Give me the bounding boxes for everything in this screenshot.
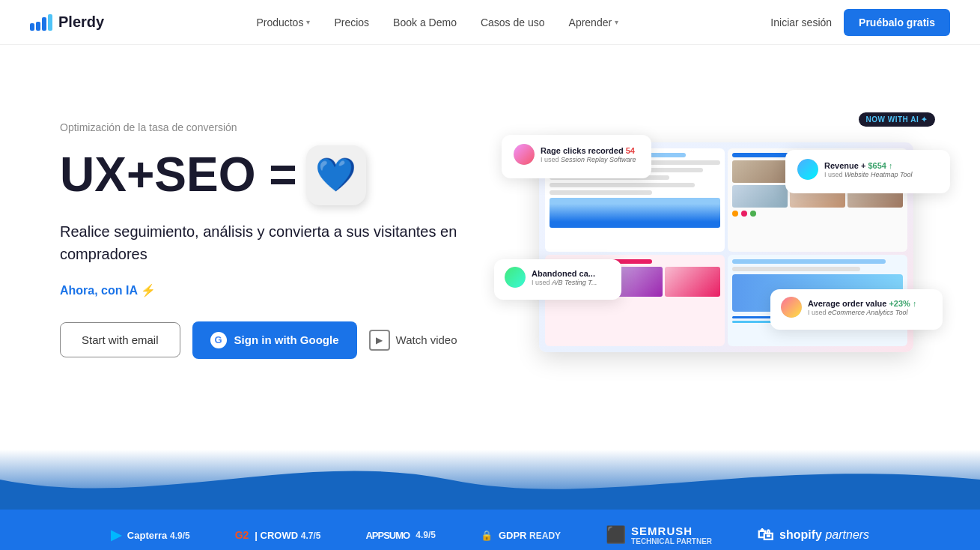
semrush-sub: TECHNICAL PARTNER <box>631 537 712 546</box>
signin-link[interactable]: Iniciar sesión <box>770 16 832 28</box>
nav-casos-de-uso[interactable]: Casos de uso <box>481 16 545 28</box>
revenue-title: Revenue + $654 ↑ <box>824 161 913 170</box>
aov-title: Average order value +23% ↑ <box>808 299 916 308</box>
crowd-label: | CROWD 4.7/5 <box>255 530 320 541</box>
bar4 <box>48 14 52 31</box>
appsumo-rating: 4.9/5 <box>416 530 436 540</box>
nav-actions: Iniciar sesión Pruébalo gratis <box>770 9 950 36</box>
logo-text: Plerdy <box>58 13 104 31</box>
capterra-label: Capterra 4.9/5 <box>127 530 190 541</box>
watch-video-label: Watch video <box>396 333 457 346</box>
semrush-logo-icon: ⬛ <box>606 525 625 545</box>
hero-right: NOW WITH AI ✦ <box>494 112 950 367</box>
ai-badge-text: NOW WITH AI ✦ <box>866 115 928 124</box>
gdpr-label: GDPR READY <box>499 530 561 541</box>
nav-precios[interactable]: Precios <box>334 16 369 28</box>
shopify-icon: 🛍 <box>757 525 773 545</box>
hero-section: Optimización de la tasa de conversión UX… <box>0 45 980 450</box>
rage-clicks-card: Rage clicks recorded 54 I used Session R… <box>502 135 651 178</box>
wave-section <box>0 450 980 510</box>
bar2 <box>42 17 46 31</box>
wave-svg <box>0 450 980 510</box>
navbar: Plerdy Productos ▾ Precios Book a Demo C… <box>0 0 980 45</box>
chevron-down-icon: ▾ <box>306 18 310 26</box>
rage-clicks-title: Rage clicks recorded 54 <box>541 146 636 155</box>
nav-book-demo[interactable]: Book a Demo <box>393 16 457 28</box>
hero-left: Optimización de la tasa de conversión UX… <box>60 121 464 359</box>
hero-title: UX+SEO = 💙 <box>60 145 464 205</box>
aov-card: Average order value +23% ↑ I used eComme… <box>770 289 943 330</box>
heart-icon: 💙 <box>306 145 366 205</box>
capterra-icon: ▶ <box>111 527 121 543</box>
crowd-partner: G2 | CROWD 4.7/5 <box>235 529 321 541</box>
hero-title-text: UX+SEO = <box>60 148 297 201</box>
watch-video-button[interactable]: ▶ Watch video <box>369 330 457 351</box>
bar3 <box>30 23 34 31</box>
play-icon: ▶ <box>369 330 390 351</box>
semrush-name: SEMRUSH <box>631 525 712 537</box>
nav-links: Productos ▾ Precios Book a Demo Casos de… <box>256 16 618 28</box>
hero-description: Realice seguimiento, análisis y conviert… <box>60 220 464 265</box>
hero-ai-label: Ahora, con IA ⚡ <box>60 283 464 297</box>
appsumo-label: APPSUMO <box>365 530 410 541</box>
trial-button[interactable]: Pruébalo gratis <box>844 9 950 36</box>
appsumo-partner: APPSUMO 4.9/5 <box>365 530 435 541</box>
shopify-label: shopify partners <box>779 528 869 542</box>
google-signin-label: Sign in with Google <box>234 333 339 346</box>
start-email-button[interactable]: Start with email <box>60 322 180 357</box>
chevron-down-icon-2: ▾ <box>615 18 618 26</box>
abandoned-cart-card: Abandoned ca... I used A/B Testing T... <box>494 259 621 300</box>
nav-aprender[interactable]: Aprender ▾ <box>569 16 619 28</box>
logo-icon <box>30 14 52 31</box>
google-g-icon: G <box>210 332 227 348</box>
hero-subtitle: Optimización de la tasa de conversión <box>60 121 464 133</box>
lock-icon: 🔒 <box>481 530 493 541</box>
bar1 <box>36 22 40 31</box>
capterra-partner: ▶ Capterra 4.9/5 <box>111 527 190 543</box>
revenue-card: Revenue + $654 ↑ I used Website Heatmap … <box>785 150 950 193</box>
google-signin-button[interactable]: G Sign in with Google <box>192 321 357 359</box>
shopify-partner: 🛍 shopify partners <box>757 525 869 545</box>
abandoned-title: Abandoned ca... <box>532 269 597 278</box>
nav-productos[interactable]: Productos ▾ <box>256 16 310 28</box>
hero-buttons: Start with email G Sign in with Google ▶… <box>60 321 464 359</box>
g2-icon: G2 <box>235 529 249 541</box>
logo[interactable]: Plerdy <box>30 13 104 31</box>
semrush-partner: ⬛ SEMRUSH TECHNICAL PARTNER <box>606 525 712 546</box>
gdpr-partner: 🔒 GDPR READY <box>481 530 561 541</box>
ai-badge: NOW WITH AI ✦ <box>859 112 935 127</box>
partner-bar: ▶ Capterra 4.9/5 G2 | CROWD 4.7/5 APPSUM… <box>0 510 980 550</box>
